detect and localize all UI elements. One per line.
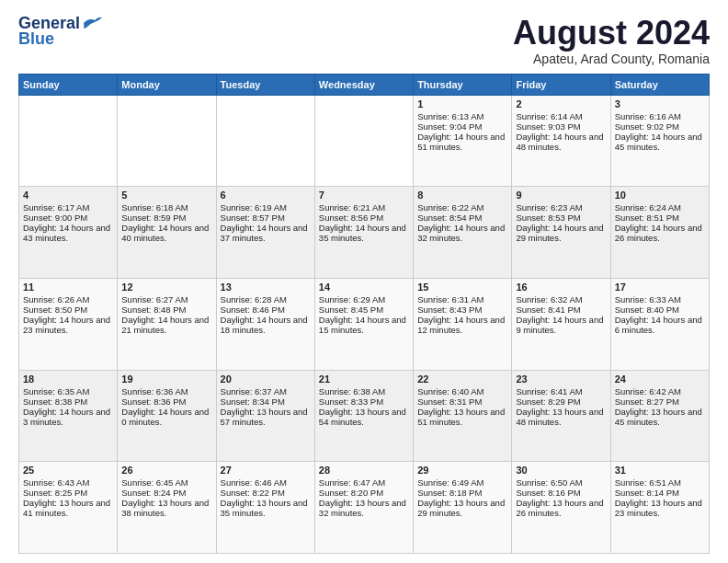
day-cell: 4Sunrise: 6:17 AMSunset: 9:00 PMDaylight… [19,187,118,279]
day-info: Sunrise: 6:14 AM [516,111,606,121]
day-cell: 26Sunrise: 6:45 AMSunset: 8:24 PMDayligh… [118,462,216,554]
day-info: Sunrise: 6:49 AM [417,477,507,488]
day-info: Daylight: 13 hours and 23 minutes. [615,498,705,518]
day-info: Sunset: 8:41 PM [516,304,606,315]
day-cell: 13Sunrise: 6:28 AMSunset: 8:46 PMDayligh… [216,278,314,370]
day-info: Sunrise: 6:32 AM [516,294,606,304]
day-number: 9 [516,190,606,201]
day-info: Sunset: 8:51 PM [615,213,705,223]
day-number: 27 [221,465,311,476]
day-info: Sunrise: 6:42 AM [615,386,705,396]
day-info: Daylight: 14 hours and 37 minutes. [221,223,311,243]
day-number: 13 [221,282,311,293]
col-thursday: Thursday [414,74,512,95]
col-wednesday: Wednesday [314,74,413,95]
day-info: Daylight: 13 hours and 32 minutes. [319,498,409,518]
day-info: Sunset: 8:53 PM [516,213,606,223]
day-info: Sunset: 8:59 PM [121,213,211,223]
day-info: Sunset: 8:48 PM [121,304,211,315]
day-info: Sunset: 8:36 PM [121,396,211,407]
day-cell: 1Sunrise: 6:13 AMSunset: 9:04 PMDaylight… [414,95,512,187]
day-cell: 27Sunrise: 6:46 AMSunset: 8:22 PMDayligh… [216,462,314,554]
day-cell: 11Sunrise: 6:26 AMSunset: 8:50 PMDayligh… [19,278,118,370]
day-info: Daylight: 14 hours and 26 minutes. [615,223,705,243]
day-info: Daylight: 13 hours and 35 minutes. [221,498,311,518]
day-number: 26 [121,465,211,476]
day-info: Sunrise: 6:33 AM [615,294,705,304]
day-info: Sunrise: 6:16 AM [615,111,705,121]
day-number: 22 [417,373,507,385]
week-row-1: 4Sunrise: 6:17 AMSunset: 9:00 PMDaylight… [19,187,710,279]
title-area: August 2024 Apateu, Arad County, Romania [513,15,710,66]
day-number: 5 [121,190,211,201]
logo: General Blue [18,15,102,49]
day-cell: 21Sunrise: 6:38 AMSunset: 8:33 PMDayligh… [314,370,413,462]
day-info: Daylight: 14 hours and 21 minutes. [121,315,211,335]
day-info: Daylight: 14 hours and 12 minutes. [417,315,507,335]
day-cell: 22Sunrise: 6:40 AMSunset: 8:31 PMDayligh… [414,370,512,462]
day-info: Daylight: 14 hours and 0 minutes. [121,407,211,427]
day-info: Sunset: 8:22 PM [221,488,311,498]
day-number: 7 [319,190,409,201]
day-info: Daylight: 13 hours and 38 minutes. [121,498,211,518]
day-cell: 18Sunrise: 6:35 AMSunset: 8:38 PMDayligh… [19,370,118,462]
day-number: 12 [121,282,211,293]
day-number: 30 [516,465,606,476]
day-cell: 12Sunrise: 6:27 AMSunset: 8:48 PMDayligh… [118,278,216,370]
month-title: August 2024 [513,15,710,52]
day-info: Sunset: 8:27 PM [615,396,705,407]
day-info: Sunrise: 6:19 AM [221,202,311,213]
day-cell: 15Sunrise: 6:31 AMSunset: 8:43 PMDayligh… [414,278,512,370]
day-info: Sunset: 8:20 PM [319,488,409,498]
day-info: Daylight: 14 hours and 18 minutes. [221,315,311,335]
day-number: 15 [417,282,507,293]
col-sunday: Sunday [19,74,118,95]
day-cell [314,95,413,187]
day-number: 31 [615,465,705,476]
day-number: 3 [615,98,705,109]
day-number: 25 [23,465,113,476]
day-info: Sunset: 8:18 PM [417,488,507,498]
day-number: 8 [417,190,507,201]
col-saturday: Saturday [610,74,709,95]
day-info: Sunrise: 6:51 AM [615,477,705,488]
day-info: Sunset: 8:14 PM [615,488,705,498]
day-info: Sunrise: 6:40 AM [417,386,507,396]
day-info: Sunset: 8:43 PM [417,304,507,315]
day-cell: 31Sunrise: 6:51 AMSunset: 8:14 PMDayligh… [610,462,709,554]
col-monday: Monday [118,74,216,95]
day-number: 24 [615,373,705,385]
day-cell: 6Sunrise: 6:19 AMSunset: 8:57 PMDaylight… [216,187,314,279]
day-cell: 8Sunrise: 6:22 AMSunset: 8:54 PMDaylight… [414,187,512,279]
day-info: Sunset: 8:40 PM [615,304,705,315]
day-info: Sunrise: 6:37 AM [221,386,311,396]
day-info: Daylight: 14 hours and 23 minutes. [23,315,113,335]
day-info: Sunrise: 6:17 AM [23,202,113,213]
day-info: Sunset: 8:33 PM [319,396,409,407]
day-info: Daylight: 14 hours and 15 minutes. [319,315,409,335]
day-cell: 20Sunrise: 6:37 AMSunset: 8:34 PMDayligh… [216,370,314,462]
day-number: 10 [615,190,705,201]
day-cell: 9Sunrise: 6:23 AMSunset: 8:53 PMDaylight… [512,187,610,279]
day-info: Daylight: 14 hours and 3 minutes. [23,407,113,427]
day-info: Sunset: 8:57 PM [221,213,311,223]
day-info: Sunset: 9:02 PM [615,121,705,132]
day-info: Daylight: 13 hours and 57 minutes. [221,407,311,427]
day-cell: 28Sunrise: 6:47 AMSunset: 8:20 PMDayligh… [314,462,413,554]
day-info: Sunset: 9:04 PM [417,121,507,132]
day-info: Sunrise: 6:24 AM [615,202,705,213]
day-info: Sunset: 8:38 PM [23,396,113,407]
page: General Blue August 2024 Apateu, Arad Co… [0,0,728,563]
day-info: Daylight: 14 hours and 6 minutes. [615,315,705,335]
day-info: Sunset: 8:16 PM [516,488,606,498]
day-info: Sunrise: 6:36 AM [121,386,211,396]
day-info: Sunrise: 6:45 AM [121,477,211,488]
day-info: Sunset: 8:25 PM [23,488,113,498]
day-info: Daylight: 13 hours and 45 minutes. [615,407,705,427]
day-cell: 19Sunrise: 6:36 AMSunset: 8:36 PMDayligh… [118,370,216,462]
day-cell: 7Sunrise: 6:21 AMSunset: 8:56 PMDaylight… [314,187,413,279]
col-tuesday: Tuesday [216,74,314,95]
day-info: Daylight: 14 hours and 40 minutes. [121,223,211,243]
day-info: Sunset: 9:00 PM [23,213,113,223]
day-number: 17 [615,282,705,293]
